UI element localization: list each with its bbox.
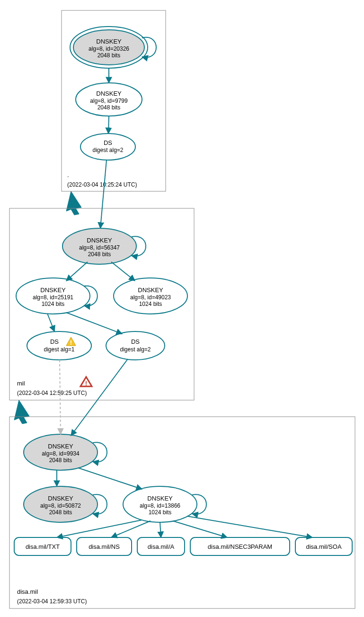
svg-text:!: ! (70, 339, 72, 346)
root-ksk-title: DNSKEY (96, 38, 122, 45)
mil-zsk-r-title: DNSKEY (138, 286, 163, 294)
rrset-n3p-label: disa.mil/NSEC3PARAM (208, 543, 272, 550)
zone-disa-timestamp: (2022-03-04 12:59:33 UTC) (17, 598, 87, 605)
disa-zsk-l2: alg=8, id=13866 (140, 502, 180, 509)
root-ds-l2: digest alg=2 (92, 147, 123, 153)
disa-ksk2-title: DNSKEY (48, 495, 73, 502)
rrset-soa-label: disa.mil/SOA (306, 543, 341, 550)
disa-ksk-title: DNSKEY (48, 443, 73, 450)
edge-rootzsk-rootds (108, 116, 109, 134)
mil-zsk-r-l3: 1024 bits (139, 301, 162, 307)
edge-zsk-ns (111, 521, 151, 537)
rrset-txt-label: disa.mil/TXT (26, 543, 60, 550)
edge-zsk-soa (187, 516, 312, 537)
zone-arrow-mil-disa (14, 400, 29, 424)
disa-ksk2-l3: 2048 bits (49, 509, 72, 516)
edge-zsk-a (160, 522, 161, 537)
dnssec-diagram: . (2022-03-04 10:25:24 UTC) DNSKEY alg=8… (0, 0, 364, 617)
edge-zskl-ds2 (66, 313, 122, 334)
rrset-a-label: disa.mil/A (148, 543, 175, 550)
node-mil-ds1 (27, 331, 91, 360)
mil-ds2-l2: digest alg=2 (120, 346, 151, 353)
zone-root-label: . (67, 171, 69, 179)
svg-text:!: ! (85, 380, 87, 387)
zone-arrow-root-mil (66, 191, 81, 215)
mil-ds2-title: DS (131, 338, 140, 345)
root-ksk-l3: 2048 bits (98, 52, 121, 59)
root-zsk-l3: 2048 bits (98, 104, 121, 111)
disa-ksk-l3: 2048 bits (49, 457, 72, 464)
disa-ksk2-l2: alg=8, id=50872 (40, 502, 81, 509)
warning-icon-red: ! (80, 377, 92, 387)
zone-mil-label: mil (17, 380, 25, 387)
disa-zsk-l3: 1024 bits (149, 509, 172, 516)
mil-ds1-l2: digest alg=1 (44, 346, 74, 353)
root-zsk-title: DNSKEY (96, 90, 122, 97)
disa-ksk-l2: alg=8, id=9934 (42, 450, 80, 457)
mil-ksk-l2: alg=8, id=56347 (79, 244, 120, 251)
mil-ds1-title: DS (50, 338, 59, 345)
edge-ds2-disaksk (71, 359, 128, 436)
edge-rootds-milksk (100, 160, 107, 228)
node-mil-ds2 (106, 331, 165, 360)
mil-zsk-l-title: DNSKEY (40, 286, 66, 294)
mil-zsk-l-l2: alg=8, id=25191 (33, 294, 73, 301)
zone-root-timestamp: (2022-03-04 10:25:24 UTC) (67, 181, 137, 188)
root-ksk-l2: alg=8, id=20326 (89, 45, 129, 52)
root-ds-title: DS (104, 139, 112, 146)
edge-ds1-disaksk (60, 360, 61, 434)
rrset-ns-label: disa.mil/NS (89, 543, 120, 550)
edge-zsk-txt (57, 520, 142, 537)
mil-ksk-title: DNSKEY (87, 237, 112, 244)
disa-zsk-title: DNSKEY (147, 495, 173, 502)
edge-disaksk-zsk (78, 468, 142, 489)
edge-zsk-n3p (173, 521, 227, 537)
zone-disa-label: disa.mil (17, 588, 38, 595)
mil-zsk-l-l3: 1024 bits (42, 301, 65, 307)
mil-zsk-r-l2: alg=8, id=49023 (130, 294, 171, 301)
edge-milksk-zskr (111, 262, 135, 281)
zone-mil-timestamp: (2022-03-04 12:59:25 UTC) (17, 390, 87, 396)
edge-milksk-zskl (66, 262, 88, 281)
mil-ksk-l3: 2048 bits (88, 251, 111, 258)
root-zsk-l2: alg=8, id=9799 (90, 98, 128, 104)
edge-zskl-ds1 (47, 313, 54, 331)
